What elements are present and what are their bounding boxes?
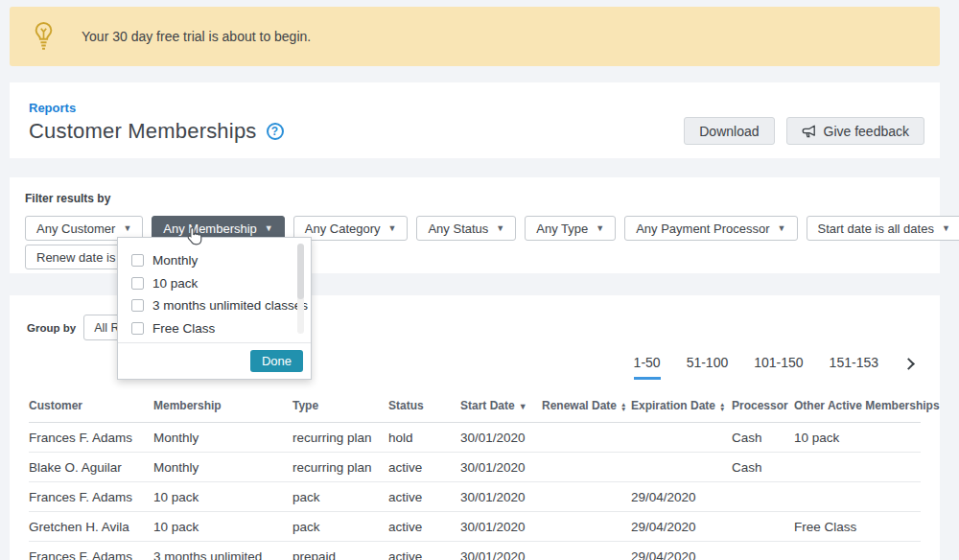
customer-link[interactable]: Gretchen H. Avila [29, 512, 153, 542]
processor-cell [732, 482, 794, 512]
status-cell: hold [388, 423, 460, 453]
dropdown-option-3-months-label: 3 months unlimited classes [152, 298, 308, 313]
other-memberships-link[interactable]: Free Class [794, 512, 921, 542]
megaphone-icon [802, 124, 817, 139]
col-start-date[interactable]: Start Date▼ [460, 391, 542, 423]
lightbulb-icon [31, 20, 57, 53]
type-cell: pack [292, 482, 388, 512]
other-memberships-link[interactable]: 10 pack [794, 423, 921, 453]
start-date-cell: 30/01/2020 [460, 453, 542, 482]
dropdown-scrollbar-thumb[interactable] [297, 244, 304, 299]
expiration-date-cell: 29/04/2020 [631, 482, 732, 512]
renewal-date-cell [542, 512, 631, 542]
filter-any-category-label: Any Category [305, 222, 381, 236]
table-row: Blake O. Aguilar Monthly recurring plan … [29, 453, 921, 482]
pagination: 1-50 51-100 101-150 151-153 [634, 355, 913, 380]
chevron-down-icon: ▼ [265, 223, 273, 233]
membership-link[interactable]: Monthly [153, 453, 292, 482]
expiration-date-cell [631, 453, 732, 482]
dropdown-option-3-months[interactable]: 3 months unlimited classes [131, 294, 286, 317]
checkbox-3-months[interactable] [131, 299, 144, 312]
filter-any-type[interactable]: Any Type▼ [525, 216, 616, 241]
checkbox-10-pack[interactable] [131, 277, 144, 290]
membership-link[interactable]: 3 months unlimited [153, 542, 292, 560]
page-link-151-153[interactable]: 151-153 [830, 355, 878, 380]
chevron-down-icon: ▼ [388, 223, 397, 233]
breadcrumb-reports-link[interactable]: Reports [29, 101, 76, 115]
done-button[interactable]: Done [250, 350, 303, 372]
customer-link[interactable]: Frances F. Adams [29, 482, 153, 512]
chevron-down-icon: ▼ [596, 223, 604, 233]
memberships-table: Customer Membership Type Status Start Da… [29, 391, 921, 560]
filter-start-date-label: Start date is all dates [818, 222, 934, 236]
trial-banner-text: Your 30 day free trial is about to begin… [82, 29, 311, 44]
status-cell: active [388, 542, 460, 560]
col-status[interactable]: Status [388, 391, 460, 423]
trial-banner: Your 30 day free trial is about to begin… [10, 7, 940, 66]
dropdown-option-monthly[interactable]: Monthly [131, 249, 286, 272]
expiration-date-cell: 29/04/2020 [631, 512, 732, 542]
processor-cell: Cash [732, 423, 794, 453]
status-cell: active [388, 512, 460, 542]
type-cell: recurring plan [292, 453, 388, 482]
table-header-row: Customer Membership Type Status Start Da… [29, 391, 921, 423]
dropdown-scrollbar[interactable] [297, 244, 304, 334]
filter-any-status[interactable]: Any Status▼ [416, 216, 516, 241]
filter-any-customer-label: Any Customer [36, 222, 115, 236]
download-button[interactable]: Download [684, 117, 774, 145]
next-page-icon[interactable] [902, 358, 915, 370]
dropdown-option-10-pack[interactable]: 10 pack [131, 272, 286, 295]
col-membership[interactable]: Membership [153, 391, 292, 423]
type-cell: prepaid [292, 542, 388, 560]
customer-link[interactable]: Frances F. Adams [29, 542, 153, 560]
page-link-101-150[interactable]: 101-150 [754, 355, 803, 380]
renewal-date-cell [542, 542, 631, 560]
chevron-down-icon: ▼ [123, 223, 131, 233]
processor-cell: Cash [732, 453, 794, 482]
chevron-down-icon: ▼ [942, 223, 950, 233]
membership-link[interactable]: 10 pack [153, 512, 292, 542]
help-icon[interactable]: ? [267, 123, 284, 140]
type-cell: pack [292, 512, 388, 542]
filter-any-payment-processor[interactable]: Any Payment Processor▼ [624, 216, 797, 241]
start-date-cell: 30/01/2020 [460, 512, 542, 542]
page-link-51-100[interactable]: 51-100 [687, 355, 729, 380]
checkbox-monthly[interactable] [131, 254, 144, 267]
other-memberships-link[interactable] [794, 453, 921, 482]
membership-link[interactable]: 10 pack [153, 482, 292, 512]
filter-any-type-label: Any Type [536, 222, 588, 236]
chevron-down-icon: ▼ [778, 223, 786, 233]
filter-results-by-label: Filter results by [25, 192, 110, 205]
table-row: Gretchen H. Avila 10 pack pack active 30… [29, 512, 921, 542]
table-row: Frances F. Adams 3 months unlimited prep… [29, 542, 921, 560]
table-row: Frances F. Adams Monthly recurring plan … [29, 423, 921, 453]
dropdown-footer: Done [118, 342, 311, 379]
other-memberships-link[interactable] [794, 482, 921, 512]
col-other-active-memberships[interactable]: Other Active Memberships [794, 391, 921, 423]
renewal-date-cell [542, 482, 631, 512]
dropdown-option-monthly-label: Monthly [152, 253, 198, 268]
customer-link[interactable]: Frances F. Adams [29, 423, 153, 453]
col-customer[interactable]: Customer [29, 391, 153, 423]
start-date-cell: 30/01/2020 [460, 423, 542, 453]
give-feedback-button[interactable]: Give feedback [786, 117, 925, 145]
filter-start-date[interactable]: Start date is all dates▼ [807, 216, 959, 241]
give-feedback-button-label: Give feedback [824, 124, 910, 139]
expiration-date-cell [631, 423, 732, 453]
customer-link[interactable]: Blake O. Aguilar [29, 453, 153, 482]
renewal-date-cell [542, 453, 631, 482]
col-processor[interactable]: Processor [732, 391, 794, 423]
type-cell: recurring plan [292, 423, 388, 453]
dropdown-option-free-class[interactable]: Free Class [131, 317, 286, 340]
col-expiration-date[interactable]: Expiration Date▲▼ [631, 391, 732, 423]
checkbox-free-class[interactable] [131, 322, 144, 335]
membership-link[interactable]: Monthly [153, 423, 292, 453]
renewal-date-cell [542, 423, 631, 453]
filter-any-membership-label: Any Membership [163, 222, 257, 236]
start-date-cell: 30/01/2020 [460, 482, 542, 512]
col-type[interactable]: Type [292, 391, 388, 423]
chevron-down-icon: ▼ [496, 223, 504, 233]
page-link-1-50[interactable]: 1-50 [634, 355, 661, 380]
col-renewal-date[interactable]: Renewal Date▲▼ [542, 391, 631, 423]
other-memberships-link[interactable] [794, 542, 921, 560]
